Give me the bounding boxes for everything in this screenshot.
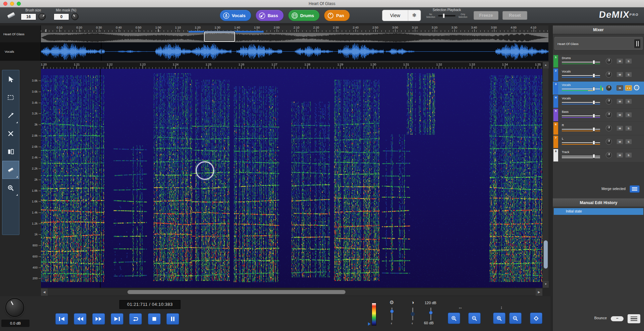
volume-slider-handle[interactable] <box>593 100 595 104</box>
eraser-tool[interactable] <box>2 161 19 179</box>
close-window-button[interactable] <box>3 2 7 6</box>
master-volume-knob[interactable] <box>5 298 24 317</box>
marquee-select-tool[interactable] <box>2 88 19 106</box>
mixer-track-row-8[interactable]: 8TrackMS <box>553 149 644 162</box>
overview-waveform-canvas[interactable] <box>41 33 548 42</box>
spot-edit-button[interactable] <box>625 85 632 91</box>
view-button[interactable]: View ❄ <box>382 10 421 21</box>
track-volume-slider[interactable] <box>562 141 600 147</box>
mute-button[interactable]: M <box>616 72 623 77</box>
mixer-track-row-3[interactable]: 3VocalsM <box>553 82 644 95</box>
zoom-out-horizontal-button[interactable] <box>468 313 481 324</box>
skip-to-end-button[interactable] <box>111 313 123 325</box>
track-volume-slider[interactable] <box>562 74 600 80</box>
mute-button[interactable]: M <box>616 85 623 91</box>
pan-knob[interactable] <box>606 72 612 78</box>
track-volume-slider[interactable] <box>562 60 600 66</box>
mute-button[interactable]: M <box>616 126 623 131</box>
mute-button[interactable]: M <box>616 139 623 144</box>
track-volume-slider[interactable] <box>562 154 600 160</box>
fit-view-button[interactable] <box>530 313 542 324</box>
pause-button[interactable] <box>166 313 179 325</box>
overview-viewport-box[interactable] <box>204 32 235 42</box>
mute-button[interactable]: M <box>616 58 623 64</box>
history-item[interactable]: Initial state <box>554 208 643 215</box>
vertical-scrollbar[interactable]: ▲ ▼ <box>542 62 548 288</box>
volume-slider-handle[interactable] <box>593 87 595 91</box>
scroll-up-button[interactable]: ▲ <box>543 62 549 68</box>
solo-button[interactable]: S <box>625 126 632 131</box>
cut-tool[interactable] <box>2 125 19 143</box>
vocals-waveform-canvas[interactable] <box>41 42 548 61</box>
volume-slider-handle[interactable] <box>593 114 595 118</box>
min-mask-knob[interactable] <box>71 13 78 20</box>
pan-knob[interactable] <box>606 98 612 104</box>
mute-button[interactable]: M <box>616 99 623 104</box>
pan-knob[interactable] <box>606 139 612 145</box>
overview-timeline[interactable]: 0:100:200:300:400:501:001:101:201:301:40… <box>41 26 548 42</box>
mixer-track-row-1[interactable]: 1DrumsMS <box>553 55 644 68</box>
colormap-max-slider[interactable] <box>388 308 396 320</box>
selection-playback-handle[interactable] <box>443 13 445 18</box>
snowflake-icon[interactable]: ❄ <box>408 10 421 21</box>
compare-layers-tool[interactable] <box>2 143 19 161</box>
reset-button[interactable]: Reset <box>502 11 527 20</box>
volume-slider-handle[interactable] <box>593 60 595 64</box>
zoom-tool[interactable] <box>2 179 19 197</box>
mixer-track-row-6[interactable]: 6RMS <box>553 122 644 135</box>
solo-button[interactable]: S <box>625 58 632 64</box>
selection-playback-slider[interactable] <box>438 15 455 16</box>
pan-knob[interactable] <box>606 152 612 158</box>
stem-button-vocals[interactable]: Vocals <box>220 10 251 21</box>
stem-button-bass[interactable]: Bass <box>256 10 284 21</box>
rewind-button[interactable] <box>74 313 87 325</box>
zoom-window-button[interactable] <box>17 2 21 6</box>
track-volume-slider[interactable] <box>562 87 600 93</box>
scroll-down-button[interactable]: ▼ <box>543 281 549 288</box>
merge-selected-button[interactable] <box>630 185 640 193</box>
solo-button[interactable]: S <box>625 139 632 144</box>
volume-slider-handle[interactable] <box>593 154 595 158</box>
zoom-in-horizontal-button[interactable] <box>448 313 460 324</box>
scroll-right-button[interactable]: ▶ <box>536 288 542 296</box>
gear-icon[interactable]: ⚙ <box>388 299 396 305</box>
master-track-row[interactable]: Heart Of Glass <box>554 37 643 50</box>
spectrogram-time-ruler[interactable]: 1:201:211:221:231:241:251:261:271:281:29… <box>41 62 542 69</box>
draw-tool[interactable] <box>2 106 19 125</box>
stop-button[interactable] <box>148 313 161 325</box>
pan-knob[interactable] <box>606 58 612 64</box>
brush-size-input[interactable] <box>21 13 36 20</box>
track-volume-slider[interactable] <box>562 101 600 107</box>
track-volume-slider[interactable] <box>562 114 600 120</box>
solo-button[interactable]: S <box>625 112 632 117</box>
mixer-track-row-4[interactable]: 4VocalsMS <box>553 95 644 108</box>
solo-button[interactable]: S <box>625 99 632 104</box>
skip-to-start-button[interactable] <box>55 313 68 325</box>
vertical-scroll-thumb[interactable] <box>544 240 548 269</box>
mixer-track-row-5[interactable]: 5BassMS <box>553 108 644 122</box>
mixer-track-row-7[interactable]: 7LMS <box>553 135 644 148</box>
pan-knob[interactable] <box>606 112 612 118</box>
eraser-icon[interactable] <box>5 11 17 21</box>
fast-forward-button[interactable] <box>92 313 105 325</box>
brush-size-knob[interactable] <box>39 13 46 20</box>
contrast-icon[interactable]: ◑ <box>409 299 417 305</box>
volume-slider-handle[interactable] <box>593 74 595 78</box>
stem-button-drums[interactable]: Drums <box>288 10 320 21</box>
mute-button[interactable]: M <box>616 152 623 158</box>
bounce-minus-button[interactable]: − <box>611 316 624 321</box>
freeze-button[interactable]: Freeze <box>474 11 498 20</box>
horizontal-scrollbar[interactable]: ◀ ▶ <box>41 288 542 295</box>
min-mask-input[interactable] <box>54 13 69 20</box>
solo-button[interactable]: S <box>625 72 632 77</box>
pan-knob[interactable] <box>606 85 612 91</box>
minimize-window-button[interactable] <box>10 2 14 6</box>
spectrogram-view[interactable] <box>41 69 542 288</box>
volume-slider-handle[interactable] <box>593 127 595 131</box>
mute-button[interactable]: M <box>616 112 623 117</box>
pointer-tool[interactable] <box>2 70 19 88</box>
focus-ring-icon[interactable] <box>634 85 639 90</box>
scroll-left-button[interactable]: ◀ <box>41 288 48 296</box>
vocals-waveform[interactable] <box>41 42 548 61</box>
solo-button[interactable]: S <box>625 152 632 158</box>
